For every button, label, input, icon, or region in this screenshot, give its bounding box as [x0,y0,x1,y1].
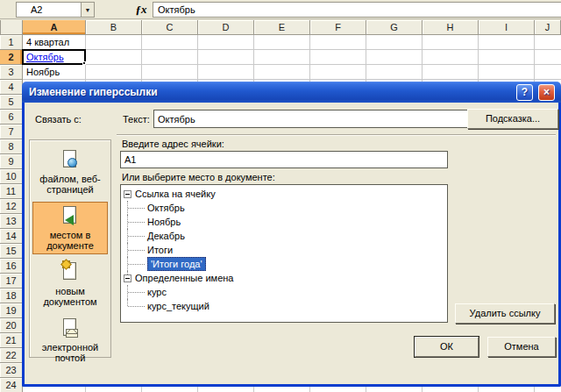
tree-row: курс [121,285,447,299]
dialog-titlebar[interactable]: Изменение гиперссылки ? × [22,82,561,103]
name-box-dropdown-button[interactable]: ▼ [81,2,95,18]
insert-function-icon[interactable]: ƒx [131,2,151,18]
text-label: Текст: [123,114,150,125]
tree-item[interactable]: Ссылка на ячейку [135,187,216,201]
cell-address-input[interactable] [120,151,448,168]
row-header-4[interactable]: 4 [0,80,23,95]
help-button[interactable]: ? [516,84,533,101]
link-with-label: Связать с: [35,114,82,125]
tree-row: курс_текущий [121,299,447,313]
formula-bar: A2 ▼ ƒx Октябрь [0,0,561,19]
row-header-17[interactable]: 17 [0,274,23,289]
row-header-7[interactable]: 7 [0,125,23,139]
cell-address-label: Введите адрес ячейки: [122,139,224,149]
dialog-title: Изменение гиперссылки [29,86,158,98]
tree-row: 'Итоги года' [121,257,447,271]
column-header-I[interactable]: I [479,20,535,35]
tree-row: Ноябрь [121,215,447,229]
tree-item[interactable]: Октябрь [147,201,185,215]
tree-item[interactable]: Определенные имена [135,271,233,285]
row-header-20[interactable]: 20 [0,318,23,333]
remove-link-button[interactable]: Удалить ссылку [455,303,555,324]
selected-cell-border [22,49,86,65]
sidebar-item-file-web-page[interactable]: файлом, веб-страницей [32,146,108,198]
screentip-button[interactable]: Подсказка... [467,109,558,129]
tree-item[interactable]: Ноябрь [147,215,181,229]
sidebar-item-place-in-document[interactable]: местом в документе [32,202,108,254]
excel-window: A2 ▼ ƒx Октябрь ABCDEFGHIJ 1234567891011… [0,0,561,392]
row-header-14[interactable]: 14 [0,229,23,244]
display-text-input[interactable] [153,110,495,128]
row-headers: 123456789101112131415161718192021222324 [0,35,23,392]
sidebar-item-label: новым документом [34,286,106,307]
document-places-tree[interactable]: Ссылка на ячейкуОктябрьНоябрьДекабрьИтог… [120,184,448,323]
close-button[interactable]: × [538,84,555,101]
formula-input[interactable]: Октябрь [153,2,561,18]
edit-hyperlink-dialog: Изменение гиперссылки ? × Связать с: Тек… [22,103,561,387]
close-icon: × [543,86,550,98]
row-header-21[interactable]: 21 [0,333,23,348]
tree-item[interactable]: курс_текущий [147,299,209,313]
tree-row: Октябрь [121,201,447,215]
minus-glyph [125,194,130,195]
tree-item[interactable]: Итоги [147,243,173,257]
tree-connector-line [128,250,145,251]
column-header-B[interactable]: B [86,20,142,35]
cell-A3[interactable]: Ноябрь [23,65,86,80]
row-header-13[interactable]: 13 [0,214,23,229]
tree-connector-line [128,222,145,223]
row-header-19[interactable]: 19 [0,303,23,318]
row-header-9[interactable]: 9 [0,154,23,169]
column-header-D[interactable]: D [198,20,254,35]
row-header-11[interactable]: 11 [0,184,23,199]
column-header-C[interactable]: C [142,20,198,35]
name-box[interactable]: A2 [16,2,81,18]
row-header-5[interactable]: 5 [0,95,23,110]
tree-connector-line [127,299,128,306]
row-header-15[interactable]: 15 [0,244,23,259]
row-header-3[interactable]: 3 [0,65,23,80]
row-header-6[interactable]: 6 [0,110,23,125]
cell-A1[interactable]: 4 квартал [23,35,86,50]
row-header-2[interactable]: 2 [0,50,23,65]
tree-item[interactable]: курс [147,285,167,299]
column-headers: ABCDEFGHIJ [23,20,561,35]
row-header-12[interactable]: 12 [0,199,23,214]
new-document-icon [60,262,80,284]
minus-glyph [125,278,130,279]
sidebar-item-new-document[interactable]: новым документом [32,258,108,310]
select-all-corner[interactable] [0,20,23,35]
tree-item-selected[interactable]: 'Итоги года' [147,257,206,271]
tree-item[interactable]: Декабрь [147,229,185,243]
tree-connector-line [128,236,145,237]
row-header-22[interactable]: 22 [0,348,23,363]
tree-connector-line [128,292,145,293]
tree-connector-line [128,306,145,307]
row-header-8[interactable]: 8 [0,139,23,154]
file-web-page-icon-badge [67,158,77,167]
row-header-1[interactable]: 1 [0,35,23,50]
email-icon [60,318,80,340]
ok-button[interactable]: ОК [415,337,479,357]
column-header-A[interactable]: A [23,20,86,35]
tree-expander-minus-icon[interactable] [124,190,131,198]
link-to-sidebar: файлом, веб-страницейместом в документен… [29,139,111,358]
column-header-G[interactable]: G [366,20,423,35]
row-header-18[interactable]: 18 [0,289,23,303]
row-header-10[interactable]: 10 [0,169,23,184]
place-in-document-icon-badge [65,215,74,225]
tree-row: Итоги [121,243,447,257]
cancel-button[interactable]: Отмена [487,337,556,357]
row-header-23[interactable]: 23 [0,363,23,378]
row-header-16[interactable]: 16 [0,259,23,274]
tree-expander-minus-icon[interactable] [124,274,131,282]
tree-row: Ссылка на ячейку [121,187,447,201]
column-header-E[interactable]: E [254,20,310,35]
column-header-H[interactable]: H [423,20,479,35]
tree-row: Определенные имена [121,271,447,285]
column-header-J[interactable]: J [535,20,561,35]
column-header-F[interactable]: F [310,20,366,35]
row-header-24[interactable]: 24 [0,378,23,392]
sidebar-item-email[interactable]: электронной почтой [32,314,108,367]
sidebar-item-label: местом в документе [34,230,106,251]
